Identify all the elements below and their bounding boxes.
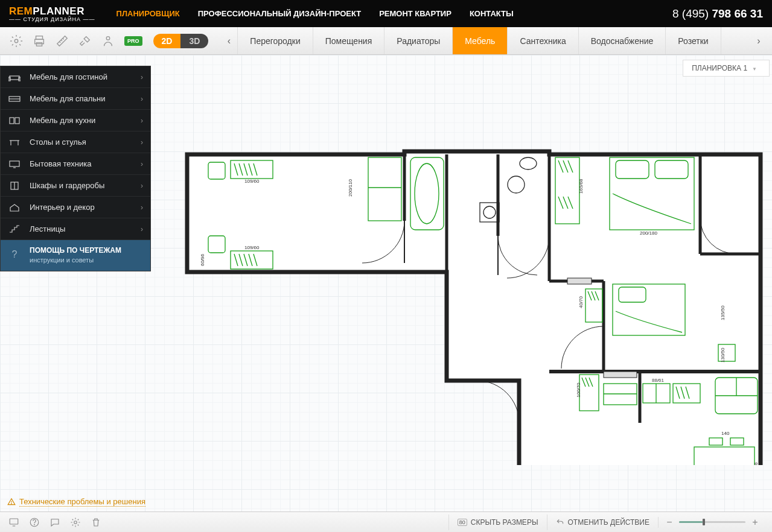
sidebar-item-decor[interactable]: Интерьер и декор› xyxy=(1,197,150,218)
house-icon xyxy=(8,203,21,212)
size-badge: 80 xyxy=(458,519,467,526)
zoom-slider[interactable] xyxy=(679,521,745,523)
furniture-categories-panel: Мебель для гостиной› Мебель для спальни›… xyxy=(0,66,151,271)
sidebar-item-label: Интерьер и декор xyxy=(30,203,95,212)
view-toggle: 2D 3D xyxy=(153,34,209,48)
app-header: REMPLANNER —— СТУДИЯ ДИЗАЙНА —— ПЛАНИРОВ… xyxy=(0,0,772,27)
toolbar: PRO 2D 3D ‹ Перегородки Помещения Радиат… xyxy=(0,27,772,55)
tv-icon xyxy=(8,160,21,168)
plan-selector[interactable]: ПЛАНИРОВКА 1 xyxy=(683,60,770,77)
svg-rect-1 xyxy=(36,36,43,39)
phone-number[interactable]: 8 (495) 798 66 31 xyxy=(672,7,763,21)
worker-icon[interactable] xyxy=(99,32,117,50)
svg-rect-11 xyxy=(15,118,19,124)
svg-rect-15 xyxy=(10,161,19,166)
tab-walls[interactable]: Перегородки xyxy=(237,27,312,54)
sidebar-item-bedroom[interactable]: Мебель для спальни› xyxy=(1,88,150,110)
help-title: ПОМОЩЬ ПО ЧЕРТЕЖАМ xyxy=(30,246,121,255)
nav-planner[interactable]: ПЛАНИРОВЩИК xyxy=(116,9,180,18)
sidebar-item-label: Столы и стулья xyxy=(30,138,86,147)
display-icon[interactable] xyxy=(6,515,22,530)
sidebar-item-label: Лестницы xyxy=(30,224,65,233)
svg-rect-10 xyxy=(10,118,14,124)
chat-icon[interactable] xyxy=(47,515,63,530)
sidebar-item-kitchen[interactable]: Мебель для кухни› xyxy=(1,110,150,131)
svg-text:88/61: 88/61 xyxy=(652,378,665,383)
settings-icon[interactable] xyxy=(7,32,25,50)
sidebar-help[interactable]: ? ПОМОЩЬ ПО ЧЕРТЕЖАМ инструкции и советы xyxy=(1,240,150,271)
nav-design-project[interactable]: ПРОФЕССИОНАЛЬНЫЙ ДИЗАЙН-ПРОЕКТ xyxy=(198,9,361,18)
sidebar-item-living[interactable]: Мебель для гостиной› xyxy=(1,66,150,88)
gear-icon[interactable] xyxy=(68,515,83,530)
sidebar-item-wardrobes[interactable]: Шкафы и гардеробы› xyxy=(1,175,150,197)
tab-furniture[interactable]: Мебель xyxy=(452,27,507,54)
svg-point-106 xyxy=(11,504,12,504)
view-3d-button[interactable]: 3D xyxy=(180,34,208,48)
svg-rect-84 xyxy=(567,278,592,284)
sidebar-item-label: Бытовая техника xyxy=(30,159,91,168)
question-icon: ? xyxy=(8,249,21,262)
pro-badge[interactable]: PRO xyxy=(124,36,142,46)
status-bar: 80 СКРЫТЬ РАЗМЕРЫ ОТМЕНИТЬ ДЕЙСТВИЕ − + xyxy=(0,511,772,532)
tech-issues-link[interactable]: Технические проблемы и решения xyxy=(7,497,145,507)
nav-contacts[interactable]: КОНТАКТЫ xyxy=(470,9,514,18)
help-subtitle: инструкции и советы xyxy=(30,256,94,264)
logo[interactable]: REMPLANNER —— СТУДИЯ ДИЗАЙНА —— xyxy=(9,5,95,22)
svg-point-0 xyxy=(14,39,18,43)
tabs-nav: ‹ Перегородки Помещения Радиаторы Мебель… xyxy=(220,27,767,54)
tabs-next-arrow[interactable]: › xyxy=(750,27,767,54)
svg-text:165/68: 165/68 xyxy=(578,179,584,194)
sidebar-item-stairs[interactable]: Лестницы› xyxy=(1,218,150,240)
zoom-in-button[interactable]: + xyxy=(750,517,760,528)
svg-text:60/96: 60/96 xyxy=(200,253,205,266)
svg-text:40/70: 40/70 xyxy=(578,296,584,308)
sidebar-item-label: Шкафы и гардеробы xyxy=(30,181,104,190)
svg-point-110 xyxy=(34,524,35,525)
zoom-out-button[interactable]: − xyxy=(665,517,674,528)
wardrobe-icon xyxy=(8,182,21,190)
tab-outlets[interactable]: Розетки xyxy=(665,27,721,54)
svg-text:200/180: 200/180 xyxy=(640,230,657,236)
tab-water[interactable]: Водоснабжение xyxy=(578,27,666,54)
tab-plumbing[interactable]: Сантехника xyxy=(507,27,578,54)
table-icon xyxy=(8,138,21,147)
svg-text:109/60: 109/60 xyxy=(244,245,260,250)
svg-point-111 xyxy=(74,521,77,524)
chevron-right-icon: › xyxy=(141,116,143,125)
workspace-canvas[interactable]: Мебель для гостиной› Мебель для спальни›… xyxy=(0,55,772,511)
ruler-icon[interactable] xyxy=(53,32,71,50)
print-icon[interactable] xyxy=(30,32,48,50)
sidebar-item-tables[interactable]: Столы и стулья› xyxy=(1,131,150,153)
svg-text:140/76: 140/76 xyxy=(753,462,759,465)
sidebar-item-appliances[interactable]: Бытовая техника› xyxy=(1,153,150,175)
main-nav: ПЛАНИРОВЩИК ПРОФЕССИОНАЛЬНЫЙ ДИЗАЙН-ПРОЕ… xyxy=(116,9,672,18)
view-2d-button[interactable]: 2D xyxy=(153,34,181,48)
tab-radiators[interactable]: Радиаторы xyxy=(384,27,452,54)
help-icon[interactable] xyxy=(27,515,42,530)
undo-label: ОТМЕНИТЬ ДЕЙСТВИЕ xyxy=(568,518,649,527)
chevron-right-icon: › xyxy=(141,160,143,168)
tab-rooms[interactable]: Помещения xyxy=(313,27,384,54)
warning-icon xyxy=(7,498,16,506)
floorplan[interactable]: 109/60 109/60 200/110 60/96 200/180 165/… xyxy=(181,97,767,465)
hide-sizes-button[interactable]: 80 СКРЫТЬ РАЗМЕРЫ xyxy=(448,515,547,530)
undo-button[interactable]: ОТМЕНИТЬ ДЕЙСТВИЕ xyxy=(547,515,658,530)
logo-rem: REM xyxy=(9,5,33,17)
svg-text:140: 140 xyxy=(721,431,730,436)
tools-icon[interactable] xyxy=(76,32,94,50)
svg-rect-107 xyxy=(10,519,18,524)
kitchen-icon xyxy=(8,116,21,125)
undo-icon xyxy=(556,518,564,527)
chevron-right-icon: › xyxy=(141,138,143,147)
nav-renovation[interactable]: РЕМОНТ КВАРТИР xyxy=(379,9,451,18)
tabs-prev-arrow[interactable]: ‹ xyxy=(220,27,237,54)
svg-text:100/70: 100/70 xyxy=(576,382,581,397)
sidebar-item-label: Мебель для спальни xyxy=(30,94,106,103)
svg-text:135/50: 135/50 xyxy=(720,305,726,320)
sofa-icon xyxy=(8,73,21,81)
chevron-right-icon: › xyxy=(141,203,143,212)
chevron-right-icon: › xyxy=(141,225,143,233)
trash-icon[interactable] xyxy=(88,515,104,530)
svg-rect-3 xyxy=(36,42,42,46)
bed-icon xyxy=(8,95,21,103)
